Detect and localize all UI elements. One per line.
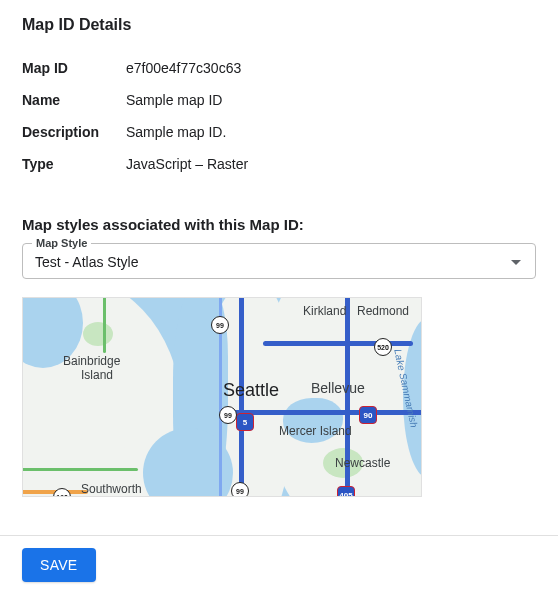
map-park (83, 322, 113, 346)
map-style-select[interactable]: Map Style Test - Atlas Style (22, 243, 536, 279)
row-mapid: Map ID e7f00e4f77c30c63 (22, 52, 536, 84)
details-table: Map ID e7f00e4f77c30c63 Name Sample map … (22, 52, 536, 180)
map-label-redmond: Redmond (357, 304, 409, 318)
row-type: Type JavaScript – Raster (22, 148, 536, 180)
label-name: Name (22, 92, 126, 108)
details-section: Map ID Details Map ID e7f00e4f77c30c63 N… (22, 16, 536, 180)
styles-title: Map styles associated with this Map ID: (22, 216, 536, 233)
map-label-mercer: Mercer Island (279, 424, 352, 438)
shield-i5: 5 (236, 413, 254, 431)
road-green (103, 297, 106, 353)
road-i90 (233, 410, 422, 415)
value-mapid: e7f00e4f77c30c63 (126, 60, 241, 76)
row-name: Name Sample map ID (22, 84, 536, 116)
map-label-seattle: Seattle (223, 380, 279, 401)
map-preview[interactable]: 5 405 90 99 99 99 520 160 Seattle Bellev… (22, 297, 422, 497)
shield-i90: 90 (359, 406, 377, 424)
styles-section: Map styles associated with this Map ID: … (22, 216, 536, 497)
label-mapid: Map ID (22, 60, 126, 76)
row-description: Description Sample map ID. (22, 116, 536, 148)
shield-99: 99 (211, 316, 229, 334)
map-style-selected-value: Test - Atlas Style (35, 254, 138, 270)
map-label-newcastle: Newcastle (335, 456, 390, 470)
map-label-bellevue: Bellevue (311, 380, 365, 396)
details-title: Map ID Details (22, 16, 536, 34)
map-label-kirkland: Kirkland (303, 304, 346, 318)
map-label-southworth: Southworth (81, 482, 142, 496)
map-style-select-label: Map Style (32, 237, 91, 249)
value-type: JavaScript – Raster (126, 156, 248, 172)
value-description: Sample map ID. (126, 124, 226, 140)
shield-99: 99 (219, 406, 237, 424)
map-label-bainbridge2: Island (81, 368, 113, 382)
label-description: Description (22, 124, 126, 140)
chevron-down-icon (511, 260, 521, 265)
shield-520: 520 (374, 338, 392, 356)
shield-i405: 405 (337, 486, 355, 497)
value-name: Sample map ID (126, 92, 222, 108)
label-type: Type (22, 156, 126, 172)
footer-bar: SAVE (0, 535, 558, 596)
save-button[interactable]: SAVE (22, 548, 96, 582)
road-green (22, 468, 138, 471)
shield-99: 99 (231, 482, 249, 497)
map-label-bainbridge: Bainbridge (63, 354, 120, 368)
